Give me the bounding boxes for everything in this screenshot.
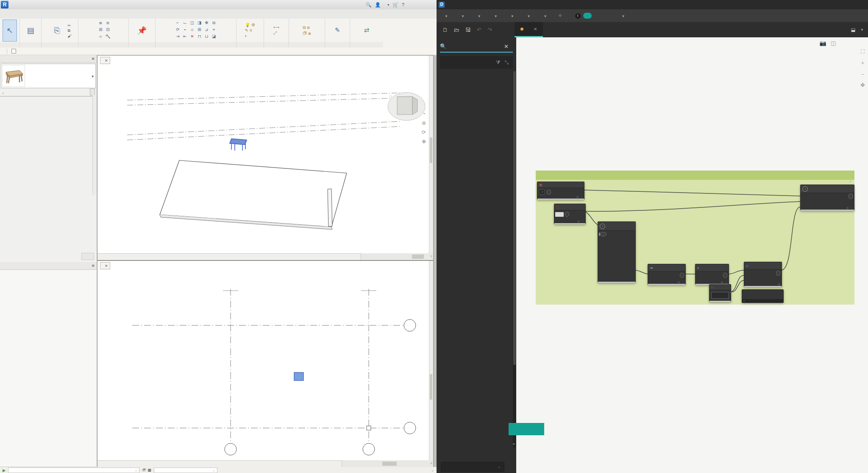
offset-icon[interactable]: ⌙ — [182, 20, 189, 27]
status-tool-icon[interactable]: ▦ — [147, 468, 151, 472]
workspace-tab[interactable]: ✕ — [515, 22, 543, 37]
legend-icon[interactable]: ⧈ — [307, 25, 309, 30]
node-menu-icon[interactable]: ⋮ — [850, 206, 853, 209]
lightbulb-icon[interactable]: 💡 — [245, 22, 250, 27]
node-select-element[interactable]: ⬚ ◎⋮ — [554, 204, 586, 224]
geometry-tool-icon[interactable]: ⌯ — [97, 34, 104, 40]
duplicate-view-icon[interactable]: ⧉ — [303, 25, 306, 30]
orbit-icon[interactable]: ⟳ — [422, 129, 426, 135]
cut-icon[interactable]: ✂ — [68, 23, 72, 28]
chevron-down-icon[interactable]: ▾ — [92, 74, 94, 78]
search-input[interactable] — [449, 43, 501, 50]
horizontal-scrollbar[interactable]: › — [361, 253, 433, 260]
notifications[interactable]: ! — [575, 13, 592, 19]
view-tab-3d[interactable]: ✕ — [100, 57, 110, 64]
pan-icon[interactable]: ✥ — [860, 82, 865, 88]
node-menu-icon[interactable]: ⋮ — [682, 280, 684, 283]
node-menu-icon[interactable]: ⋮ — [727, 297, 729, 300]
revit-logo-icon[interactable]: R — [1, 1, 8, 8]
dimension-icon[interactable]: ⤢ — [273, 31, 277, 36]
output-port-polycurve[interactable] — [680, 273, 684, 278]
search-box[interactable]: 🔍 ✕ — [440, 41, 513, 53]
activate-button[interactable]: 📌 — [133, 20, 151, 42]
store-icon[interactable]: 🛒 — [392, 2, 398, 8]
new-file-icon[interactable]: 🗋 — [442, 27, 448, 33]
delete-icon[interactable]: ✕ — [189, 34, 196, 40]
edit-type-button[interactable] — [90, 89, 95, 95]
undo-icon[interactable]: ↶ — [477, 27, 481, 33]
split-icon[interactable]: ⌯ — [189, 27, 196, 34]
paint-icon[interactable]: ◪ — [211, 34, 217, 40]
node-point-at-parameter[interactable]: ▱ ◎ — [744, 262, 782, 287]
horizontal-scrollbar[interactable]: › — [342, 460, 433, 467]
chevron-down-icon[interactable]: ⌄ — [512, 440, 516, 446]
clear-search-icon[interactable]: ✕ — [504, 43, 509, 50]
match-type-icon[interactable]: 🖌 — [68, 34, 72, 38]
view-tab-plan[interactable]: ✕ — [100, 262, 110, 269]
input-port-element[interactable]: › — [600, 232, 606, 236]
measure-icon[interactable]: ⟷ — [273, 25, 279, 30]
detail-toggle-icon[interactable]: ⤡ — [504, 59, 509, 65]
geometry-tool-icon[interactable]: 🔨 — [105, 34, 111, 40]
output-port-element[interactable] — [565, 212, 569, 217]
extend-icon[interactable]: ⇥ — [175, 34, 181, 40]
close-icon[interactable]: ✕ — [534, 27, 537, 31]
apply-button[interactable] — [81, 253, 94, 260]
mirror-axis-icon[interactable]: ◨ — [196, 20, 203, 27]
preview-eye-icon[interactable]: ◎ — [846, 206, 849, 209]
vertical-scrollbar[interactable] — [429, 261, 433, 467]
menu-generative-design[interactable]: ▼ — [525, 13, 531, 19]
viewport-3d[interactable]: ✕ — [97, 55, 434, 260]
geometry-tool-icon[interactable]: ⊟ — [105, 27, 111, 34]
close-icon[interactable]: ✕ — [105, 264, 108, 268]
pan-icon[interactable]: ✥ — [422, 139, 426, 145]
mirror-icon[interactable]: ◫ — [189, 20, 196, 27]
pin-preview-icon[interactable]: ⌖ — [743, 299, 745, 302]
copy-icon[interactable]: ⧉ — [68, 28, 72, 33]
preview-eye-icon[interactable]: ◎ — [678, 280, 680, 283]
node-family-types[interactable]: ▦ ∨ ◎⋮ — [537, 182, 584, 200]
output-port-surface[interactable] — [723, 273, 727, 278]
trim-icon[interactable]: ⌁ — [182, 27, 189, 34]
node-element-location[interactable]: ◔ › — [598, 221, 636, 283]
menu-view[interactable]: ▼ — [492, 13, 498, 19]
run-mode-select[interactable]: ⌄ — [441, 462, 504, 472]
node-menu-icon[interactable]: ⋮ — [581, 220, 584, 223]
type-selector[interactable]: ▾ — [1, 64, 96, 88]
geometry-tool-icon[interactable]: ⧇ — [97, 20, 104, 27]
open-file-icon[interactable]: 🗁 — [454, 27, 459, 33]
zoom-in-icon[interactable]: ＋ — [860, 59, 865, 67]
menu-file[interactable]: ▼ — [459, 13, 465, 19]
output-port-code[interactable]: › — [730, 291, 731, 293]
zoom-out-icon[interactable]: － — [860, 70, 865, 78]
geometry-tool-icon[interactable]: ⊞ — [97, 27, 104, 34]
status-tool-icon[interactable]: 🖑 — [142, 468, 146, 472]
select-new-host-button[interactable]: ⇄ — [364, 28, 370, 33]
chevron-down-icon[interactable]: ⌄ — [431, 468, 434, 472]
properties-scrollbar[interactable] — [92, 95, 97, 195]
node-menu-icon[interactable]: ⋮ — [580, 195, 583, 198]
menu-edit[interactable]: ▼ — [476, 13, 481, 19]
sidebar-scrollbar[interactable] — [513, 71, 516, 448]
scale-icon[interactable]: ⊿ — [203, 27, 210, 34]
main-model-select[interactable]: ⌄ — [154, 467, 217, 473]
graph-canvas[interactable]: 📷 ◫ ⛶ ＋ － ✥ ⌃ — [516, 37, 868, 473]
paste-button[interactable]: ⎘ — [48, 20, 66, 42]
graphics-icon[interactable]: ◐ — [245, 34, 248, 38]
node-data-preview[interactable]: ⌖ — [742, 289, 784, 303]
node-menu-icon[interactable]: ⋮ — [725, 280, 727, 283]
fit-view-icon[interactable]: ⛶ — [861, 48, 865, 55]
menu-extensions[interactable]: ✧ — [558, 13, 564, 19]
node-create-family-instance[interactable]: ◔ ◎⋮ — [800, 185, 854, 211]
close-icon[interactable]: ✕ — [92, 56, 95, 61]
viewport-plan[interactable]: ✕ — [97, 260, 434, 467]
join-icon[interactable]: ⊓ — [196, 34, 203, 40]
zoom-icon[interactable]: ⊕ — [422, 120, 426, 126]
camera-export-icon[interactable]: 📷 — [819, 40, 826, 46]
help-icon[interactable]: ? — [402, 2, 404, 7]
node-code-block[interactable]: [ ] › ⋮ — [709, 284, 731, 302]
geometry-view-toggle-icon[interactable]: ◫ — [831, 40, 836, 46]
pin-tool-icon[interactable]: ⌖ — [211, 27, 217, 34]
preview-eye-icon[interactable]: ◎ — [721, 280, 723, 283]
family-type-dropdown[interactable]: ∨ — [539, 189, 545, 195]
